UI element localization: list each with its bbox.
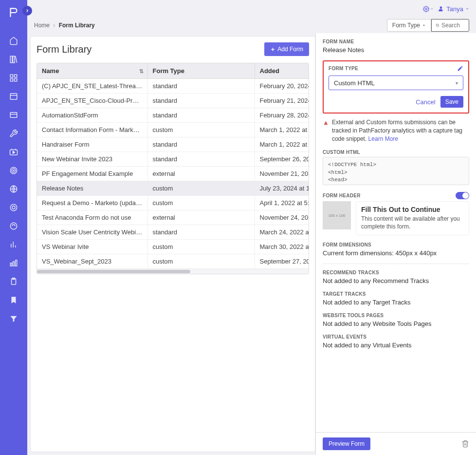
nav-globe2-icon[interactable] [4,199,23,216]
custom-html-label: CUSTOM HTML [323,150,469,155]
nav-analytics-icon[interactable] [4,236,23,253]
cell-type: custom [147,181,255,196]
table-row[interactable]: APJC_EN_STE_Cisco-Cloud-Protection-Suite… [37,94,309,108]
table-row[interactable]: VS_Webinar_Sept_2023customSeptember 27, … [37,254,309,269]
form-type-filter[interactable]: Form Type [387,19,431,32]
table-row[interactable]: PF Engagement Modal ExampleexternalNovem… [37,167,309,181]
nav-globe3-icon[interactable] [4,217,23,235]
target-value: Not added to any Target Tracks [323,299,469,306]
custom-html-code[interactable]: <!DOCTYPE html> <html> <head> <title>Con… [323,157,469,185]
form-type-label: FORM TYPE [329,66,358,71]
table-row[interactable]: (C) APJC_EN_STE_Latest-Threat-Landscape-… [37,79,309,94]
svg-marker-32 [423,25,425,26]
nav-target-icon[interactable] [4,162,23,179]
svg-rect-5 [10,79,13,81]
table-row[interactable]: Test Anaconda Form do not useexternalNov… [37,210,309,225]
nav-home-icon[interactable] [4,32,23,50]
target-label: TARGET TRACKS [323,291,469,297]
filter-label: Form Type [392,22,420,29]
svg-point-21 [10,223,17,229]
form-type-edit-box: FORM TYPE Custom HTML ▾ Cancel Save [323,60,469,114]
add-form-button[interactable]: Add Form [264,42,309,56]
col-header-added[interactable]: Added [255,63,309,79]
cell-name: Handraiser Form [37,137,147,152]
save-button[interactable]: Save [440,96,463,108]
nav-video-icon[interactable] [4,143,23,161]
preview-form-button[interactable]: Preview Form [323,437,370,450]
details-panel: FORM NAME Release Notes FORM TYPE Custom… [315,33,476,455]
nav-globe1-icon[interactable] [4,180,23,198]
svg-rect-27 [16,260,17,266]
cell-type: standard [147,79,255,94]
cell-name: Release Notes [37,181,147,196]
nav-clipboard-icon[interactable] [4,273,23,290]
learn-more-link[interactable]: Learn More [368,135,398,142]
table-row[interactable]: AutomationStdFormstandardFebruary 28, 20… [37,108,309,123]
breadcrumb-current: Form Library [59,22,95,29]
sidebar-toggle[interactable] [22,6,32,16]
table-row[interactable]: New Webinar Invite 2023standardSeptember… [37,152,309,167]
header-image-placeholder: 100 x 100 [323,201,351,229]
cancel-button[interactable]: Cancel [416,98,435,106]
warning-text: External and Custom forms submissions ca… [332,118,469,143]
nav-filter-icon[interactable] [4,310,23,327]
search-box[interactable] [431,19,469,32]
nav-chart-icon[interactable] [4,254,23,272]
form-type-value: Custom HTML [334,79,375,87]
cell-type: custom [147,196,255,210]
sidebar [0,0,27,455]
breadcrumb-home[interactable]: Home [34,22,50,29]
table-row[interactable]: Vision Scale User Centricity Webinar for… [37,225,309,240]
cell-name: Test Anaconda Form do not use [37,210,147,225]
table-row[interactable]: Request a Demo - Marketo (updated Sept 2… [37,196,309,210]
user-name: Tanya [446,5,463,13]
edit-pencil-icon[interactable] [457,65,463,72]
table-row[interactable]: Release NotescustomJuly 23, 2024 at 1 [37,181,309,196]
add-form-label: Add Form [277,46,303,53]
search-input[interactable] [441,22,465,29]
cell-added: February 28, 2024 [255,108,309,123]
col-header-type[interactable]: Form Type [147,63,255,79]
cell-name: Request a Demo - Marketo (updated Sept 2… [37,196,147,210]
cell-added: July 23, 2024 at 1 [255,181,309,196]
nav-tools-icon[interactable] [4,125,23,142]
cell-added: November 21, 202 [255,167,309,181]
recommend-value: Not added to any Recommend Tracks [323,277,469,284]
delete-trash-icon[interactable] [461,440,469,448]
cell-added: March 1, 2022 at 6 [255,137,309,152]
sort-icon: ⇅ [139,68,144,74]
svg-point-30 [425,8,427,9]
col-header-name[interactable]: Name⇅ [37,63,147,79]
nav-window-icon[interactable] [4,106,23,124]
nav-grid-icon[interactable] [4,69,23,87]
table-row[interactable]: VS Webinar IvitecustomMarch 30, 2022 at [37,240,309,254]
cell-added: March 1, 2022 at 6 [255,123,309,137]
cell-type: standard [147,108,255,123]
website-label: WEBSITE TOOLS PAGES [323,313,469,318]
table-hscroll[interactable] [37,269,309,274]
cell-added: September 27, 20 [255,254,309,269]
nav-bookmark-icon[interactable] [4,291,23,309]
dimensions-value: Current form dimensions: 450px x 440px [323,249,469,257]
nav-browser-icon[interactable] [4,88,23,105]
svg-rect-0 [10,56,12,63]
cell-type: standard [147,152,255,167]
nav-library-icon[interactable] [4,51,23,68]
table-row[interactable]: Handraiser FormstandardMarch 1, 2022 at … [37,137,309,152]
user-menu[interactable]: Tanya [438,5,469,13]
search-icon [436,22,439,28]
svg-rect-6 [15,79,17,81]
dimensions-label: FORM DIMENSIONS [323,242,469,247]
form-type-dropdown[interactable]: Custom HTML ▾ [329,76,463,90]
settings-gear-icon[interactable] [423,3,434,14]
svg-point-19 [10,204,17,211]
cell-name: PF Engagement Modal Example [37,167,147,181]
table-row[interactable]: Contact Information Form - Marketo(updat… [37,123,309,137]
svg-rect-1 [13,56,15,63]
page-title: Form Library [37,44,92,55]
form-header-toggle[interactable] [456,192,469,199]
svg-point-33 [436,24,439,26]
website-value: Not added to any Website Tools Pages [323,320,469,327]
cell-added: March 30, 2022 at [255,240,309,254]
svg-point-20 [12,206,15,209]
